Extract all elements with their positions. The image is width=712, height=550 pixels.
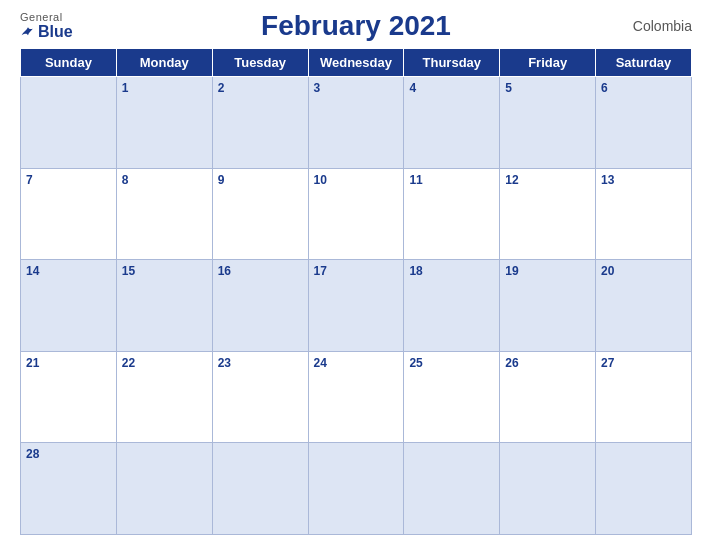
calendar-header-row: SundayMondayTuesdayWednesdayThursdayFrid… [21, 49, 692, 77]
calendar-week-2: 78910111213 [21, 168, 692, 260]
calendar-day [212, 443, 308, 535]
day-number: 7 [26, 173, 33, 187]
calendar-week-3: 14151617181920 [21, 260, 692, 352]
calendar-week-4: 21222324252627 [21, 351, 692, 443]
calendar-day: 28 [21, 443, 117, 535]
logo-general-text: General [20, 11, 63, 23]
calendar-table: SundayMondayTuesdayWednesdayThursdayFrid… [20, 48, 692, 535]
calendar-header: General Blue February 2021 Colombia [20, 10, 692, 42]
day-number: 16 [218, 264, 231, 278]
calendar-day: 8 [116, 168, 212, 260]
day-number: 27 [601, 356, 614, 370]
day-number: 4 [409, 81, 416, 95]
calendar-day: 15 [116, 260, 212, 352]
calendar-day [500, 443, 596, 535]
day-number: 18 [409, 264, 422, 278]
day-number: 6 [601, 81, 608, 95]
calendar-day: 12 [500, 168, 596, 260]
day-number: 1 [122, 81, 129, 95]
day-number: 2 [218, 81, 225, 95]
calendar-week-1: 123456 [21, 77, 692, 169]
calendar-day: 6 [596, 77, 692, 169]
day-number: 22 [122, 356, 135, 370]
day-number: 23 [218, 356, 231, 370]
day-number: 28 [26, 447, 39, 461]
calendar-title: February 2021 [110, 10, 602, 42]
calendar-day: 23 [212, 351, 308, 443]
day-number: 8 [122, 173, 129, 187]
day-number: 5 [505, 81, 512, 95]
day-number: 19 [505, 264, 518, 278]
calendar-day: 22 [116, 351, 212, 443]
day-number: 10 [314, 173, 327, 187]
calendar-week-5: 28 [21, 443, 692, 535]
calendar-day: 24 [308, 351, 404, 443]
calendar-day: 16 [212, 260, 308, 352]
calendar-day: 10 [308, 168, 404, 260]
calendar-body: 1234567891011121314151617181920212223242… [21, 77, 692, 535]
calendar-day [404, 443, 500, 535]
calendar-day: 20 [596, 260, 692, 352]
weekday-header-tuesday: Tuesday [212, 49, 308, 77]
weekday-header-saturday: Saturday [596, 49, 692, 77]
day-number: 14 [26, 264, 39, 278]
day-number: 20 [601, 264, 614, 278]
logo-blue-text: Blue [20, 23, 73, 41]
calendar-day: 5 [500, 77, 596, 169]
weekday-header-wednesday: Wednesday [308, 49, 404, 77]
calendar-day [308, 443, 404, 535]
weekday-header-friday: Friday [500, 49, 596, 77]
day-number: 17 [314, 264, 327, 278]
calendar-day: 14 [21, 260, 117, 352]
weekday-header-sunday: Sunday [21, 49, 117, 77]
day-number: 9 [218, 173, 225, 187]
calendar-day: 13 [596, 168, 692, 260]
weekday-header-thursday: Thursday [404, 49, 500, 77]
calendar-day: 17 [308, 260, 404, 352]
calendar-day: 18 [404, 260, 500, 352]
calendar-day: 25 [404, 351, 500, 443]
day-number: 13 [601, 173, 614, 187]
calendar-day [596, 443, 692, 535]
calendar-day: 7 [21, 168, 117, 260]
calendar-day: 1 [116, 77, 212, 169]
day-number: 15 [122, 264, 135, 278]
day-number: 3 [314, 81, 321, 95]
day-number: 11 [409, 173, 422, 187]
day-number: 26 [505, 356, 518, 370]
logo-bird-icon [20, 24, 36, 40]
calendar-day: 11 [404, 168, 500, 260]
weekday-header-monday: Monday [116, 49, 212, 77]
calendar-day: 3 [308, 77, 404, 169]
logo: General Blue [20, 11, 110, 41]
calendar-day: 19 [500, 260, 596, 352]
calendar-day: 2 [212, 77, 308, 169]
day-number: 25 [409, 356, 422, 370]
calendar-day: 27 [596, 351, 692, 443]
day-number: 12 [505, 173, 518, 187]
calendar-day: 4 [404, 77, 500, 169]
calendar-day: 9 [212, 168, 308, 260]
day-number: 21 [26, 356, 39, 370]
calendar-day [116, 443, 212, 535]
country-label: Colombia [602, 18, 692, 34]
day-number: 24 [314, 356, 327, 370]
calendar-day: 21 [21, 351, 117, 443]
calendar-day [21, 77, 117, 169]
calendar-day: 26 [500, 351, 596, 443]
